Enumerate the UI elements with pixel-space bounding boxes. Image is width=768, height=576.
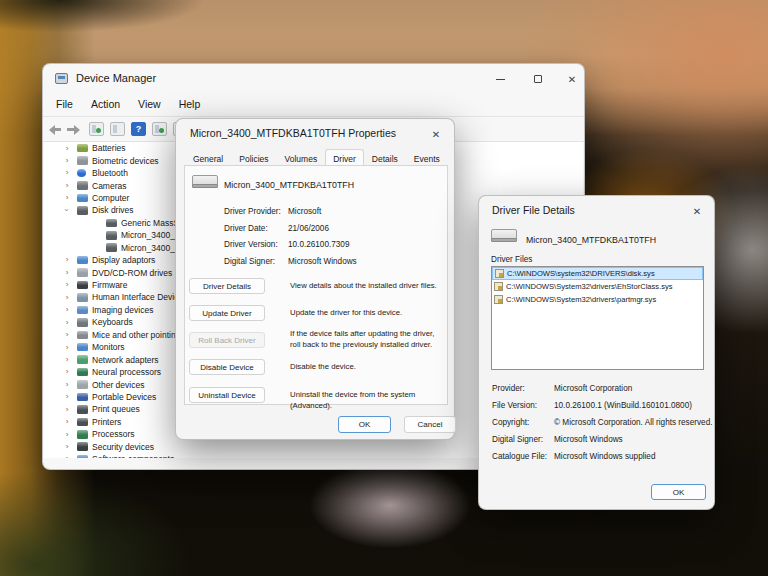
chevron-right-icon[interactable]: ›: [62, 142, 72, 154]
help-icon[interactable]: ?: [131, 122, 146, 136]
neural-processors-icon: [77, 368, 88, 377]
driver-version-row: Driver Version:10.0.26100.7309: [224, 240, 349, 249]
update-driver-button[interactable]: Update Driver: [189, 305, 265, 321]
close-icon[interactable]: ✕: [689, 203, 705, 219]
disk-drive-icon: [106, 219, 117, 228]
keyboards-icon: [77, 318, 88, 327]
driver-file-item[interactable]: C:\WINDOWS\System32\drivers\partmgr.sys: [492, 293, 703, 306]
chevron-right-icon[interactable]: ›: [62, 316, 72, 328]
uninstall-device-button[interactable]: Uninstall Device: [189, 387, 265, 403]
disk-drive-icon: [106, 243, 117, 252]
driver-file-item[interactable]: C:\WINDOWS\System32\drivers\EhStorClass.…: [492, 280, 703, 293]
chevron-right-icon[interactable]: ›: [62, 366, 72, 378]
monitors-icon: [77, 343, 88, 352]
chevron-right-icon[interactable]: ›: [62, 279, 72, 291]
chevron-right-icon[interactable]: ›: [62, 154, 72, 166]
close-icon[interactable]: ✕: [428, 126, 444, 142]
sys-file-icon: [494, 282, 503, 291]
chevron-right-icon[interactable]: ›: [62, 416, 72, 428]
file-version-row: File Version:10.0.26100.1 (WinBuild.1601…: [492, 401, 692, 410]
disable-device-button[interactable]: Disable Device: [189, 359, 265, 375]
bluetooth-icon: [77, 169, 86, 178]
forward-icon[interactable]: [65, 121, 81, 137]
chevron-right-icon[interactable]: ›: [62, 403, 72, 415]
security-devices-icon: [77, 442, 88, 451]
roll-back-driver-description: If the device fails after updating the d…: [290, 329, 442, 350]
driver-tab-page: Micron_3400_MTFDKBA1T0TFH Driver Provide…: [184, 165, 448, 405]
firmware-icon: [77, 281, 88, 290]
chevron-right-icon[interactable]: ›: [62, 329, 72, 341]
human-interface-devices-icon: [77, 293, 88, 302]
disable-device-description: Disable the device.: [290, 362, 442, 373]
menu-file[interactable]: File: [47, 95, 82, 115]
menu-action[interactable]: Action: [82, 95, 129, 115]
window-title: Device Manager: [76, 72, 156, 84]
catalogue-file-row: Catalogue File:Microsoft Windows supplie…: [492, 452, 655, 461]
chevron-right-icon[interactable]: ›: [62, 441, 72, 453]
uninstall-device-description: Uninstall the device from the system (Ad…: [290, 390, 442, 411]
chevron-right-icon[interactable]: ›: [62, 304, 72, 316]
driver-file-item-selected[interactable]: C:\WINDOWS\system32\DRIVERS\disk.sys: [492, 267, 703, 280]
maximize-button[interactable]: [525, 70, 551, 88]
back-icon[interactable]: [47, 121, 63, 137]
portable-devices-icon: [77, 393, 88, 402]
dialog-title: Driver File Details: [492, 204, 575, 216]
chevron-right-icon[interactable]: ›: [62, 179, 72, 191]
chevron-right-icon[interactable]: ›: [62, 291, 72, 303]
properties-icon[interactable]: [110, 122, 125, 136]
scan-hardware-icon[interactable]: [152, 122, 167, 136]
device-name: Micron_3400_MTFDKBA1T0TFH: [224, 180, 354, 190]
console-tree-icon[interactable]: [89, 122, 104, 136]
printers-icon: [77, 418, 88, 427]
menu-view[interactable]: View: [129, 95, 170, 115]
digital-signer-row: Digital Signer:Microsoft Windows: [492, 435, 623, 444]
roll-back-driver-button[interactable]: Roll Back Driver: [189, 332, 265, 348]
device-manager-titlebar[interactable]: Device Manager ✕: [43, 64, 584, 94]
chevron-right-icon[interactable]: ›: [62, 428, 72, 440]
network-adapters-icon: [77, 355, 88, 364]
sys-file-icon: [494, 295, 503, 304]
device-name: Micron_3400_MTFDKBA1T0TFH: [526, 235, 656, 245]
disk-drive-icon: [491, 229, 517, 242]
chevron-right-icon[interactable]: ›: [62, 192, 72, 204]
ok-button[interactable]: OK: [338, 416, 391, 433]
disk-drive-icon: [192, 175, 218, 188]
chevron-right-icon[interactable]: ›: [62, 254, 72, 266]
driver-file-details-dialog: Driver File Details ✕ Micron_3400_MTFDKB…: [478, 195, 715, 510]
dvd-cd-rom-icon: [77, 268, 88, 277]
display-adaptors-icon: [77, 256, 88, 265]
cancel-button[interactable]: Cancel: [404, 416, 456, 433]
chevron-right-icon[interactable]: ›: [62, 341, 72, 353]
driver-files-label: Driver Files: [491, 255, 532, 264]
disk-drives-icon: [77, 206, 88, 215]
mice-icon: [77, 331, 88, 340]
digital-signer-row: Digital Signer:Microsoft Windows: [224, 257, 357, 266]
processors-icon: [77, 430, 88, 439]
disk-drive-icon: [106, 231, 117, 240]
menu-help[interactable]: Help: [170, 95, 210, 115]
chevron-right-icon[interactable]: ›: [62, 167, 72, 179]
properties-dialog: Micron_3400_MTFDKBA1T0TFH Properties ✕ G…: [175, 118, 455, 440]
chevron-right-icon[interactable]: ›: [62, 353, 72, 365]
batteries-icon: [77, 144, 88, 153]
ok-button[interactable]: OK: [651, 484, 706, 500]
driver-provider-row: Driver Provider:Microsoft: [224, 207, 321, 216]
biometric-devices-icon: [77, 156, 88, 165]
menubar-divider: [43, 116, 584, 117]
chevron-right-icon[interactable]: ›: [62, 391, 72, 403]
copyright-row: Copyright:© Microsoft Corporation. All r…: [492, 418, 712, 427]
imaging-devices-icon: [77, 306, 88, 315]
device-manager-icon: [55, 73, 68, 84]
chevron-down-icon[interactable]: ›: [61, 205, 73, 215]
minimize-button[interactable]: [487, 70, 513, 88]
print-queues-icon: [77, 405, 88, 414]
chevron-right-icon[interactable]: ›: [62, 378, 72, 390]
other-devices-icon: [77, 380, 88, 389]
menu-bar: File Action View Help: [47, 95, 209, 115]
update-driver-description: Update the driver for this device.: [290, 308, 442, 319]
close-button[interactable]: ✕: [559, 70, 585, 88]
driver-details-button[interactable]: Driver Details: [189, 278, 265, 294]
chevron-right-icon[interactable]: ›: [62, 266, 72, 278]
driver-details-description: View details about the installed driver …: [290, 281, 442, 292]
driver-files-list: C:\WINDOWS\system32\DRIVERS\disk.sys C:\…: [491, 266, 704, 370]
